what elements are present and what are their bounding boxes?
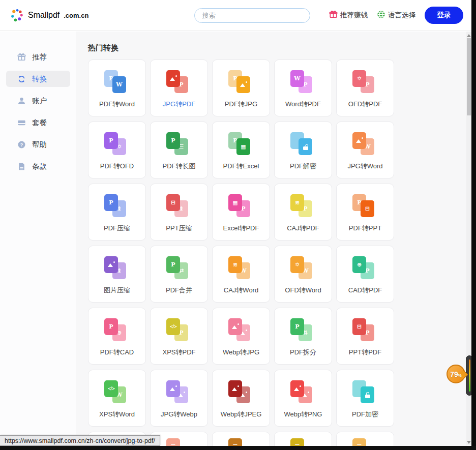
svg-text:?: ? [20, 141, 23, 147]
doc-layer [361, 386, 374, 403]
img-glyph-icon [232, 324, 239, 329]
tool-card[interactable]: ⊕PCAD转PDF [336, 246, 394, 303]
img-glyph-icon [108, 262, 115, 267]
tool-card[interactable]: </>WXPS转Word [88, 370, 146, 427]
tool-card[interactable]: ⊟PPPT转PDF [336, 308, 394, 365]
sidebar-item-label: 条款 [32, 162, 47, 171]
tool-card[interactable]: P✡PDF转OFD [88, 122, 146, 178]
tool-icon: </>P [164, 318, 194, 344]
tool-card[interactable]: ↨图片压缩 [88, 246, 146, 303]
img-glyph-icon [170, 386, 177, 391]
tool-card[interactable]: P↨PDF压缩 [88, 184, 146, 241]
tool-card[interactable]: P☰PDF转长图 [150, 122, 208, 178]
tool-card[interactable]: WPWord转PDF [274, 59, 332, 116]
tool-icon: P⇅ [288, 318, 318, 344]
sidebar-item-套餐[interactable]: 套餐 [6, 114, 70, 131]
tool-icon: ⊟P [350, 318, 380, 344]
tool-label: PDF转Word [88, 100, 145, 109]
tool-card[interactable]: P⊟PDF转PPT [336, 184, 394, 241]
tool-icon: WP [288, 70, 318, 96]
lock-glyph-icon [365, 395, 370, 398]
logo-suffix: .com.cn [64, 12, 88, 19]
doc-layer [166, 70, 180, 87]
tool-label: PDF转长图 [151, 162, 207, 171]
tool-card[interactable]: ✡WOFD转Word [274, 246, 332, 303]
doc-layer: ≋ [228, 256, 242, 273]
tool-label: Excel转PDF [213, 224, 270, 233]
tool-card[interactable]: PPDF转JPG [212, 59, 270, 116]
smallpdf-logo[interactable]: Smallpdf.com.cn [10, 9, 88, 22]
tool-icon: ✡P [350, 70, 380, 96]
tool-card[interactable]: PJPG转PDF [150, 59, 208, 116]
img-glyph-icon [294, 386, 301, 391]
tool-card[interactable]: Webp转PNG [274, 370, 332, 427]
tool-card[interactable]: ≋WCAJ转Word [212, 246, 270, 303]
doc-layer: ☰ [228, 438, 242, 446]
tool-icon: P↨ [102, 194, 132, 220]
tool-card-partial[interactable]: ☰ [336, 432, 394, 446]
tool-card[interactable]: JPG转Webp [150, 370, 208, 427]
tool-label: JPG转Word [337, 162, 394, 171]
tool-icon [164, 380, 194, 406]
link-preview-url: https://www.smallpdf.com.cn/zh-cn/conver… [5, 437, 155, 444]
tool-card[interactable]: ▦PExcel转PDF [212, 184, 270, 241]
referral-link[interactable]: 推荐赚钱 [329, 10, 368, 20]
tool-card[interactable]: WJPG转Word [336, 122, 394, 178]
tool-card[interactable]: Webp转JPEG [212, 370, 270, 427]
scrollbar-thumb[interactable] [467, 38, 471, 115]
tool-card[interactable]: </>PXPS转PDF [150, 308, 208, 365]
tool-icon: ≋P [288, 194, 318, 220]
sidebar-item-推荐[interactable]: 推荐 [6, 49, 70, 65]
tool-label: OFD转Word [275, 286, 332, 295]
tool-card-partial[interactable]: ☰ [212, 432, 270, 446]
tool-icon [226, 318, 256, 344]
tool-card[interactable]: P⊕PDF转CAD [88, 308, 146, 365]
doc-layer [228, 318, 242, 335]
tool-label: PDF拆分 [275, 348, 332, 357]
user-icon [17, 97, 26, 105]
tool-icon: ▦P [226, 194, 256, 220]
sidebar-item-转换[interactable]: 转换 [6, 71, 70, 87]
doc-layer: P [166, 132, 180, 149]
referral-label: 推荐赚钱 [340, 11, 368, 20]
doc-layer: ⊟ [361, 200, 374, 217]
tool-label: Webp转JPG [213, 348, 270, 357]
doc-layer: P [104, 318, 118, 335]
search-input[interactable] [194, 8, 310, 23]
tool-label: CAJ转Word [213, 286, 270, 295]
tool-card[interactable]: PDF解密 [274, 122, 332, 178]
tool-card[interactable]: ⊟↨PPT压缩 [150, 184, 208, 241]
tool-card[interactable]: ≋PCAJ转PDF [274, 184, 332, 241]
sidebar-item-帮助[interactable]: ?帮助 [6, 136, 70, 153]
tool-card[interactable]: ✡POFD转PDF [336, 59, 394, 116]
doc-layer [299, 138, 312, 155]
tool-card[interactable]: Webp转JPG [212, 308, 270, 365]
tool-card[interactable]: PWPDF转Word [88, 59, 146, 116]
scroll-down-icon[interactable] [467, 441, 471, 444]
tool-card-partial[interactable]: ☰ [274, 432, 332, 446]
sidebar-item-账户[interactable]: 账户 [6, 93, 70, 109]
tool-icon: P✡ [102, 132, 132, 158]
tool-card[interactable]: P⇄PDF合并 [150, 246, 208, 303]
gift-icon [17, 53, 26, 62]
tool-card[interactable]: P▦PDF转Excel [212, 122, 270, 178]
tool-icon: P⊕ [102, 318, 132, 344]
sidebar-item-条款[interactable]: 条款 [6, 158, 70, 174]
doc-layer: ☰ [166, 438, 180, 446]
scroll-percent-badge[interactable]: 79% [447, 365, 465, 383]
login-button[interactable]: 登录 [425, 7, 463, 24]
tool-label: PDF转JPG [213, 100, 270, 109]
scroll-up-icon[interactable] [467, 34, 471, 37]
doc-layer [236, 76, 250, 93]
tool-card[interactable]: PDF加密 [336, 370, 394, 427]
doc-layer [104, 256, 118, 273]
unlock-glyph-icon [303, 146, 308, 150]
tool-card[interactable]: P⇅PDF拆分 [274, 308, 332, 365]
window-frame-right [471, 0, 476, 450]
main-content: 热门转换 PWPDF转WordPJPG转PDFPPDF转JPGWPWord转PD… [76, 32, 467, 446]
doc-layer: ▦ [236, 138, 250, 155]
doc-layer [290, 380, 304, 397]
sidebar-item-label: 账户 [32, 96, 47, 106]
language-link[interactable]: 语言选择 [377, 10, 415, 20]
tool-icon: P⇄ [164, 256, 194, 282]
